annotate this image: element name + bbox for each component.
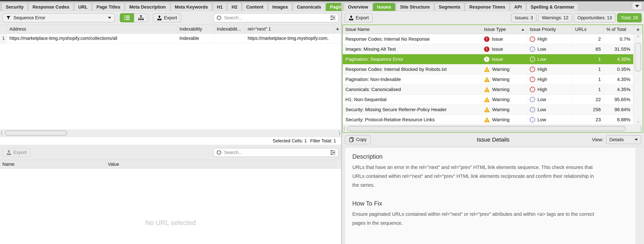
tab-content[interactable]: Content [242,3,268,11]
cell-issue-name[interactable]: Security: Missing Secure Referrer-Policy… [343,105,481,115]
column-header-rel-next[interactable]: rel="next" 1 [245,25,334,33]
issues-export-button[interactable]: Export [344,13,373,22]
column-header-indexability-status[interactable]: Indexabilit... [214,25,245,33]
cell-urls[interactable]: 1 [572,54,604,64]
cell-issue-type[interactable]: Warning [481,115,527,125]
tab-response-times[interactable]: Response Times [465,3,509,11]
cell-issue-type[interactable]: Issue [481,34,527,44]
cell-issue-name[interactable]: Security: Protocol-Relative Resource Lin… [343,115,481,125]
cell-pct-of-total[interactable]: 0.7% [604,34,633,44]
cell-issue-priority[interactable]: Low [527,95,572,104]
tab-url[interactable]: URL [74,3,92,11]
tab-security[interactable]: Security [2,3,28,11]
cell-issue-type[interactable]: Warning [481,95,527,104]
cell-issue-priority[interactable]: Low [527,54,572,64]
cell-urls[interactable]: 1 [572,74,604,84]
cell-issue-name[interactable]: Response Codes: Internal Blocked by Robo… [343,64,481,74]
tab-h1[interactable]: H1 [213,3,227,11]
cell-address[interactable]: https://marketplace-timg.myshopify.com/c… [7,33,177,43]
column-header-value[interactable]: Value [106,160,336,168]
column-header-address[interactable]: Address [7,25,177,33]
cell-issue-name[interactable]: H1: Non-Sequential [343,95,481,104]
view-dropdown[interactable]: Details [606,135,641,144]
issue-row[interactable]: Canonicals: Canonicalised Warning High 1… [343,84,633,95]
column-header-issue-name[interactable]: Issue Name [343,25,481,34]
lower-export-button[interactable]: Export [2,148,30,157]
cell-issue-priority[interactable]: High [527,64,572,74]
issue-row-selected[interactable]: Pagination: Sequence Error Issue Low 1 4… [343,54,633,64]
cell-issue-type[interactable]: Warning [481,74,527,84]
cell-pct-of-total[interactable]: 0.35% [604,64,633,74]
cell-urls[interactable]: 2 [572,34,604,44]
tab-page-titles[interactable]: Page Titles [92,3,124,11]
scrollbar-thumb[interactable] [5,130,67,136]
tab-images[interactable]: Images [268,3,292,11]
issue-row[interactable]: Pagination: Non-Indexable Warning High 1… [343,74,633,84]
tab-site-structure[interactable]: Site Structure [396,3,434,11]
scroll-right-icon[interactable]: ⟩ [338,131,340,135]
tab-h2[interactable]: H2 [228,3,242,11]
tab-issues[interactable]: Issues [373,3,395,11]
right-tabs-overflow-button[interactable] [632,2,642,10]
issues-horizontal-scrollbar[interactable]: ⟨ ⟩ [343,125,643,132]
issue-row[interactable]: Security: Missing Secure Referrer-Policy… [343,105,633,115]
total-count-badge[interactable]: Total: 28 [617,13,642,22]
cell-indexability[interactable]: Indexable [177,33,214,43]
cell-urls[interactable]: 1 [572,64,604,74]
cell-indexability-status[interactable] [214,33,245,43]
filter-dropdown[interactable]: Sequence Error [2,13,115,22]
column-header-pct-of-total[interactable]: % of Total [604,25,633,34]
cell-issue-type[interactable]: Warning [481,84,527,94]
cell-issue-priority[interactable]: Low [527,115,572,125]
search-filters-icon[interactable] [330,150,336,155]
cell-issue-name[interactable]: Images: Missing Alt Text [343,44,481,54]
issue-row[interactable]: Response Codes: Internal Blocked by Robo… [343,64,633,74]
issue-row[interactable]: Security: Protocol-Relative Resource Lin… [343,115,633,125]
cell-pct-of-total[interactable]: 4.35% [604,74,633,84]
cell-issue-type[interactable]: Warning [481,105,527,115]
export-button[interactable]: Export [153,13,181,22]
cell-issue-type[interactable]: Issue [481,44,527,54]
tab-overview[interactable]: Overview [344,3,372,11]
tree-view-button[interactable] [134,13,148,22]
url-table-row[interactable]: 1 https://marketplace-timg.myshopify.com… [0,33,341,43]
cell-urls[interactable]: 1 [572,84,604,94]
tab-api[interactable]: API [510,3,526,11]
opportunities-count-badge[interactable]: Opportunities: 13 [574,13,616,22]
cell-issue-name[interactable]: Canonicals: Canonicalised [343,84,481,94]
issues-count-badge[interactable]: Issues: 3 [511,13,537,22]
cell-issue-priority[interactable]: High [527,74,572,84]
cell-rel-next[interactable]: https://marketplace-timg.myshopify.com, [245,33,334,43]
scroll-left-icon[interactable]: ⟨ [344,126,345,131]
cell-issue-name[interactable]: Pagination: Non-Indexable [343,74,481,84]
issue-row[interactable]: H1: Non-Sequential Warning Low 22 95.65% [343,95,633,105]
issue-row[interactable]: Response Codes: Internal No Response Iss… [343,34,633,44]
cell-urls[interactable]: 256 [572,105,604,115]
copy-button[interactable]: Copy [345,135,371,144]
list-view-button[interactable] [120,13,134,22]
cell-pct-of-total[interactable]: 95.65% [604,95,633,104]
cell-issue-name[interactable]: Pagination: Sequence Error [343,54,481,64]
cell-urls[interactable]: 22 [572,95,604,104]
cell-pct-of-total[interactable]: 8.88% [604,115,633,125]
column-header-indexability[interactable]: Indexability [177,25,214,33]
cell-issue-priority[interactable]: Low [527,44,572,54]
column-header-urls[interactable]: URLs [572,25,604,34]
tab-meta-description[interactable]: Meta Description [125,3,170,11]
lower-search-input[interactable] [224,150,328,155]
scroll-right-icon[interactable]: ⟩ [640,126,642,131]
cell-pct-of-total[interactable]: 98.84% [604,105,633,115]
url-table-horizontal-scrollbar[interactable]: ⟨ ⟩ [0,129,341,137]
search-input[interactable] [224,15,328,21]
tab-spelling-grammar[interactable]: Spelling & Grammar [526,3,578,11]
cell-pct-of-total[interactable]: 4.35% [604,54,633,64]
warnings-count-badge[interactable]: Warnings: 12 [538,13,572,22]
cell-urls[interactable]: 23 [572,115,604,125]
search-filters-icon[interactable] [330,15,336,21]
scroll-down-icon[interactable]: ⌄ [634,119,643,123]
panel-divider[interactable] [341,1,342,244]
tab-response-codes[interactable]: Response Codes [28,3,74,11]
column-header-issue-priority[interactable]: Issue Priority [527,25,572,34]
issues-vertical-scrollbar[interactable]: ⌃ ⌄ [633,34,643,125]
column-header-issue-type[interactable]: Issue Type [481,25,527,34]
